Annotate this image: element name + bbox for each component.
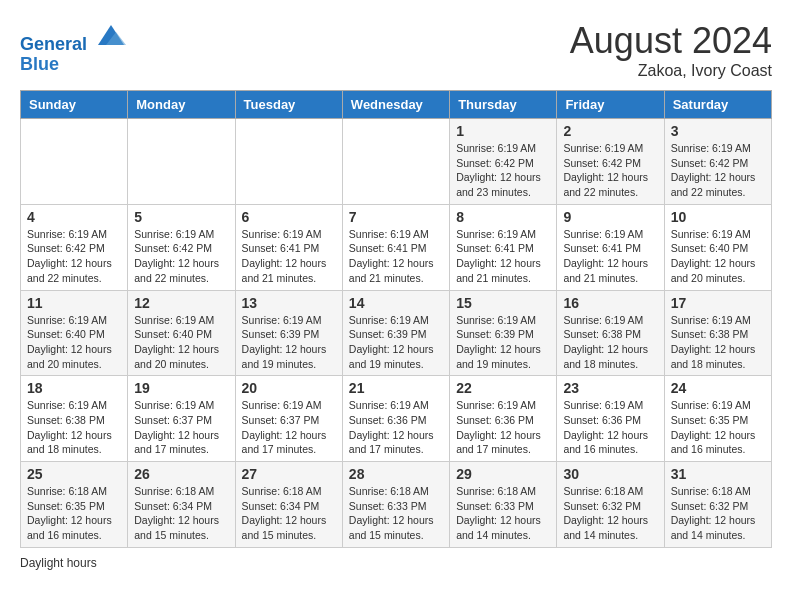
day-number: 5: [134, 209, 228, 225]
day-detail: Sunrise: 6:19 AM Sunset: 6:40 PM Dayligh…: [27, 313, 121, 372]
day-detail: Sunrise: 6:19 AM Sunset: 6:40 PM Dayligh…: [134, 313, 228, 372]
day-detail: Sunrise: 6:19 AM Sunset: 6:36 PM Dayligh…: [456, 398, 550, 457]
day-number: 16: [563, 295, 657, 311]
day-detail: Sunrise: 6:19 AM Sunset: 6:42 PM Dayligh…: [134, 227, 228, 286]
day-number: 9: [563, 209, 657, 225]
calendar-cell: 16Sunrise: 6:19 AM Sunset: 6:38 PM Dayli…: [557, 290, 664, 376]
day-number: 30: [563, 466, 657, 482]
calendar-cell: 11Sunrise: 6:19 AM Sunset: 6:40 PM Dayli…: [21, 290, 128, 376]
calendar-cell: 19Sunrise: 6:19 AM Sunset: 6:37 PM Dayli…: [128, 376, 235, 462]
calendar-cell: 24Sunrise: 6:19 AM Sunset: 6:35 PM Dayli…: [664, 376, 771, 462]
calendar-week-5: 25Sunrise: 6:18 AM Sunset: 6:35 PM Dayli…: [21, 462, 772, 548]
day-number: 10: [671, 209, 765, 225]
logo: General Blue: [20, 20, 126, 75]
day-number: 7: [349, 209, 443, 225]
logo-icon: [96, 20, 126, 50]
calendar-cell: [235, 119, 342, 205]
calendar-cell: 30Sunrise: 6:18 AM Sunset: 6:32 PM Dayli…: [557, 462, 664, 548]
day-number: 21: [349, 380, 443, 396]
day-detail: Sunrise: 6:18 AM Sunset: 6:34 PM Dayligh…: [134, 484, 228, 543]
day-number: 20: [242, 380, 336, 396]
calendar-cell: 17Sunrise: 6:19 AM Sunset: 6:38 PM Dayli…: [664, 290, 771, 376]
day-detail: Sunrise: 6:19 AM Sunset: 6:41 PM Dayligh…: [349, 227, 443, 286]
day-number: 14: [349, 295, 443, 311]
calendar-cell: 10Sunrise: 6:19 AM Sunset: 6:40 PM Dayli…: [664, 204, 771, 290]
day-number: 15: [456, 295, 550, 311]
header-row: SundayMondayTuesdayWednesdayThursdayFrid…: [21, 91, 772, 119]
calendar-cell: 4Sunrise: 6:19 AM Sunset: 6:42 PM Daylig…: [21, 204, 128, 290]
day-number: 22: [456, 380, 550, 396]
day-detail: Sunrise: 6:18 AM Sunset: 6:32 PM Dayligh…: [671, 484, 765, 543]
day-detail: Sunrise: 6:19 AM Sunset: 6:38 PM Dayligh…: [27, 398, 121, 457]
calendar-cell: 7Sunrise: 6:19 AM Sunset: 6:41 PM Daylig…: [342, 204, 449, 290]
day-detail: Sunrise: 6:19 AM Sunset: 6:41 PM Dayligh…: [563, 227, 657, 286]
day-detail: Sunrise: 6:19 AM Sunset: 6:36 PM Dayligh…: [563, 398, 657, 457]
calendar-cell: 22Sunrise: 6:19 AM Sunset: 6:36 PM Dayli…: [450, 376, 557, 462]
day-detail: Sunrise: 6:19 AM Sunset: 6:42 PM Dayligh…: [671, 141, 765, 200]
calendar-cell: 3Sunrise: 6:19 AM Sunset: 6:42 PM Daylig…: [664, 119, 771, 205]
day-number: 2: [563, 123, 657, 139]
day-number: 31: [671, 466, 765, 482]
day-header-friday: Friday: [557, 91, 664, 119]
calendar-cell: 31Sunrise: 6:18 AM Sunset: 6:32 PM Dayli…: [664, 462, 771, 548]
day-detail: Sunrise: 6:19 AM Sunset: 6:40 PM Dayligh…: [671, 227, 765, 286]
calendar-cell: 18Sunrise: 6:19 AM Sunset: 6:38 PM Dayli…: [21, 376, 128, 462]
calendar-cell: 1Sunrise: 6:19 AM Sunset: 6:42 PM Daylig…: [450, 119, 557, 205]
day-number: 19: [134, 380, 228, 396]
day-number: 13: [242, 295, 336, 311]
calendar-cell: 6Sunrise: 6:19 AM Sunset: 6:41 PM Daylig…: [235, 204, 342, 290]
logo-blue: Blue: [20, 55, 126, 75]
logo-general: General: [20, 34, 87, 54]
day-number: 12: [134, 295, 228, 311]
day-number: 28: [349, 466, 443, 482]
day-detail: Sunrise: 6:19 AM Sunset: 6:35 PM Dayligh…: [671, 398, 765, 457]
calendar-cell: 28Sunrise: 6:18 AM Sunset: 6:33 PM Dayli…: [342, 462, 449, 548]
day-number: 25: [27, 466, 121, 482]
logo-text: General: [20, 20, 126, 55]
day-number: 18: [27, 380, 121, 396]
calendar-cell: 25Sunrise: 6:18 AM Sunset: 6:35 PM Dayli…: [21, 462, 128, 548]
footer: Daylight hours: [20, 556, 772, 570]
day-header-wednesday: Wednesday: [342, 91, 449, 119]
calendar-week-2: 4Sunrise: 6:19 AM Sunset: 6:42 PM Daylig…: [21, 204, 772, 290]
day-number: 4: [27, 209, 121, 225]
day-detail: Sunrise: 6:18 AM Sunset: 6:34 PM Dayligh…: [242, 484, 336, 543]
day-number: 1: [456, 123, 550, 139]
calendar-cell: 29Sunrise: 6:18 AM Sunset: 6:33 PM Dayli…: [450, 462, 557, 548]
day-detail: Sunrise: 6:19 AM Sunset: 6:37 PM Dayligh…: [134, 398, 228, 457]
day-detail: Sunrise: 6:18 AM Sunset: 6:32 PM Dayligh…: [563, 484, 657, 543]
calendar-cell: 14Sunrise: 6:19 AM Sunset: 6:39 PM Dayli…: [342, 290, 449, 376]
calendar-week-4: 18Sunrise: 6:19 AM Sunset: 6:38 PM Dayli…: [21, 376, 772, 462]
calendar-cell: 12Sunrise: 6:19 AM Sunset: 6:40 PM Dayli…: [128, 290, 235, 376]
day-detail: Sunrise: 6:18 AM Sunset: 6:33 PM Dayligh…: [349, 484, 443, 543]
calendar-cell: 5Sunrise: 6:19 AM Sunset: 6:42 PM Daylig…: [128, 204, 235, 290]
day-detail: Sunrise: 6:19 AM Sunset: 6:39 PM Dayligh…: [242, 313, 336, 372]
day-detail: Sunrise: 6:19 AM Sunset: 6:42 PM Dayligh…: [563, 141, 657, 200]
title-block: August 2024 Zakoa, Ivory Coast: [570, 20, 772, 80]
calendar-cell: 15Sunrise: 6:19 AM Sunset: 6:39 PM Dayli…: [450, 290, 557, 376]
calendar-cell: 27Sunrise: 6:18 AM Sunset: 6:34 PM Dayli…: [235, 462, 342, 548]
day-number: 23: [563, 380, 657, 396]
day-detail: Sunrise: 6:19 AM Sunset: 6:38 PM Dayligh…: [563, 313, 657, 372]
calendar-week-3: 11Sunrise: 6:19 AM Sunset: 6:40 PM Dayli…: [21, 290, 772, 376]
day-detail: Sunrise: 6:19 AM Sunset: 6:42 PM Dayligh…: [456, 141, 550, 200]
calendar-table: SundayMondayTuesdayWednesdayThursdayFrid…: [20, 90, 772, 548]
day-number: 3: [671, 123, 765, 139]
day-detail: Sunrise: 6:18 AM Sunset: 6:33 PM Dayligh…: [456, 484, 550, 543]
calendar-cell: 13Sunrise: 6:19 AM Sunset: 6:39 PM Dayli…: [235, 290, 342, 376]
calendar-cell: 2Sunrise: 6:19 AM Sunset: 6:42 PM Daylig…: [557, 119, 664, 205]
daylight-label: Daylight hours: [20, 556, 97, 570]
day-detail: Sunrise: 6:19 AM Sunset: 6:37 PM Dayligh…: [242, 398, 336, 457]
calendar-cell: 9Sunrise: 6:19 AM Sunset: 6:41 PM Daylig…: [557, 204, 664, 290]
calendar-cell: 8Sunrise: 6:19 AM Sunset: 6:41 PM Daylig…: [450, 204, 557, 290]
day-detail: Sunrise: 6:19 AM Sunset: 6:41 PM Dayligh…: [242, 227, 336, 286]
day-header-monday: Monday: [128, 91, 235, 119]
calendar-cell: [21, 119, 128, 205]
day-detail: Sunrise: 6:19 AM Sunset: 6:36 PM Dayligh…: [349, 398, 443, 457]
day-number: 24: [671, 380, 765, 396]
day-number: 6: [242, 209, 336, 225]
day-detail: Sunrise: 6:18 AM Sunset: 6:35 PM Dayligh…: [27, 484, 121, 543]
day-header-saturday: Saturday: [664, 91, 771, 119]
day-detail: Sunrise: 6:19 AM Sunset: 6:38 PM Dayligh…: [671, 313, 765, 372]
day-number: 27: [242, 466, 336, 482]
